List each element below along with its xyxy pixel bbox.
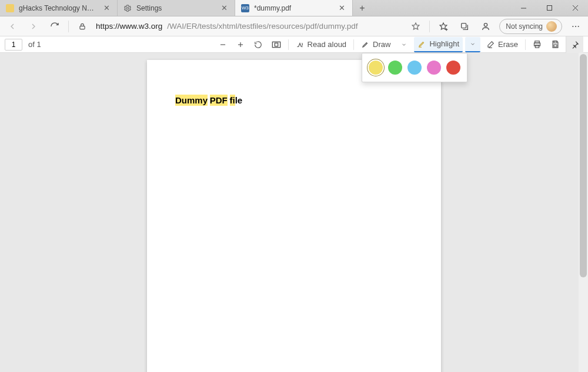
favorite-star-icon[interactable] xyxy=(408,19,423,34)
read-aloud-label: Read aloud xyxy=(308,40,347,49)
favorites-button[interactable] xyxy=(436,19,451,34)
draw-dropdown[interactable] xyxy=(396,37,412,52)
close-icon[interactable]: ✕ xyxy=(220,4,229,12)
profile-sync-button[interactable]: Not syncing xyxy=(499,19,562,34)
minimize-button[interactable] xyxy=(510,0,536,16)
plain-text: le xyxy=(235,95,243,105)
highlight-label: Highlight xyxy=(429,39,459,48)
tab-title: gHacks Technology News xyxy=(19,4,98,12)
svg-rect-2 xyxy=(547,6,552,11)
svg-point-9 xyxy=(485,23,487,26)
erase-label: Erase xyxy=(498,40,518,49)
close-icon[interactable]: ✕ xyxy=(102,4,111,12)
read-aloud-button[interactable]: Read aloud xyxy=(292,37,350,52)
color-swatch-blue[interactable] xyxy=(407,61,422,75)
maximize-button[interactable] xyxy=(536,0,562,16)
color-swatch-pink[interactable] xyxy=(427,61,441,75)
tab-title: Settings xyxy=(136,4,215,12)
highlight-color-popover xyxy=(362,53,467,82)
svg-point-0 xyxy=(126,7,129,9)
window-controls xyxy=(510,0,588,16)
tab-title: *dummy.pdf xyxy=(254,4,333,12)
zoom-in-button[interactable] xyxy=(233,37,248,52)
address-bar[interactable]: https://www.w3.org/WAI/ER/tests/xhtml/te… xyxy=(96,18,402,35)
new-tab-button[interactable]: + xyxy=(353,0,372,16)
rotate-button[interactable] xyxy=(250,37,266,52)
tab-dummy-pdf[interactable]: W3 *dummy.pdf ✕ xyxy=(235,0,353,16)
draw-label: Draw xyxy=(373,40,390,49)
back-button[interactable] xyxy=(5,19,20,34)
page-total-label: of 1 xyxy=(28,40,41,49)
pdf-page: Dummy PDF file xyxy=(147,60,441,372)
close-icon[interactable]: ✕ xyxy=(338,4,346,12)
url-host: https://www.w3.org xyxy=(96,22,162,31)
svg-rect-22 xyxy=(554,41,557,43)
svg-rect-23 xyxy=(554,45,557,47)
tab-settings[interactable]: Settings ✕ xyxy=(118,0,235,16)
save-button[interactable] xyxy=(547,37,563,52)
divider xyxy=(429,21,430,32)
navbar: https://www.w3.org/WAI/ER/tests/xhtml/te… xyxy=(0,16,588,36)
color-swatch-yellow[interactable] xyxy=(369,61,383,75)
svg-rect-17 xyxy=(275,43,278,46)
scrollbar[interactable] xyxy=(579,53,588,372)
pdf-toolbar: of 1 Read aloud Draw Highlight Erase xyxy=(0,36,588,53)
erase-button[interactable]: Erase xyxy=(483,37,522,52)
more-button[interactable] xyxy=(568,19,583,34)
highlighted-text: Dummy xyxy=(175,95,208,106)
highlight-dropdown[interactable] xyxy=(465,37,480,52)
gear-icon xyxy=(123,4,132,12)
fit-page-button[interactable] xyxy=(268,37,285,52)
tab-ghacks[interactable]: gHacks Technology News ✕ xyxy=(0,0,118,16)
favicon-icon xyxy=(6,4,14,12)
highlighted-text: PDF xyxy=(210,95,228,106)
extensions-icon[interactable] xyxy=(478,19,493,34)
zoom-out-button[interactable] xyxy=(215,37,230,52)
svg-point-12 xyxy=(578,25,579,26)
print-button[interactable] xyxy=(529,37,545,52)
avatar xyxy=(546,21,557,32)
collections-button[interactable] xyxy=(457,19,472,34)
forward-button[interactable] xyxy=(26,19,41,34)
color-swatch-green[interactable] xyxy=(388,61,402,75)
profile-sync-label: Not syncing xyxy=(506,22,543,31)
svg-point-10 xyxy=(572,25,573,26)
svg-rect-8 xyxy=(462,23,466,28)
svg-point-11 xyxy=(575,25,576,26)
url-path: /WAI/ER/tests/xhtml/testfiles/resources/… xyxy=(167,22,358,31)
scroll-thumb[interactable] xyxy=(580,54,587,277)
highlighted-text: fi xyxy=(230,95,235,106)
pdf-viewport[interactable]: Dummy PDF file xyxy=(0,53,588,372)
svg-rect-5 xyxy=(80,26,85,29)
lock-icon[interactable] xyxy=(75,19,90,34)
tabstrip: gHacks Technology News ✕ Settings ✕ W3 *… xyxy=(0,0,588,16)
color-swatch-red[interactable] xyxy=(446,61,460,75)
refresh-button[interactable] xyxy=(47,19,62,34)
document-text[interactable]: Dummy PDF file xyxy=(175,95,242,106)
favicon-icon: W3 xyxy=(241,4,249,12)
close-window-button[interactable] xyxy=(562,0,588,16)
pin-toolbar-button[interactable] xyxy=(566,36,583,53)
page-number-input[interactable] xyxy=(5,39,22,51)
highlight-button[interactable]: Highlight xyxy=(414,37,463,52)
divider xyxy=(68,21,69,32)
draw-button[interactable]: Draw xyxy=(358,37,394,52)
